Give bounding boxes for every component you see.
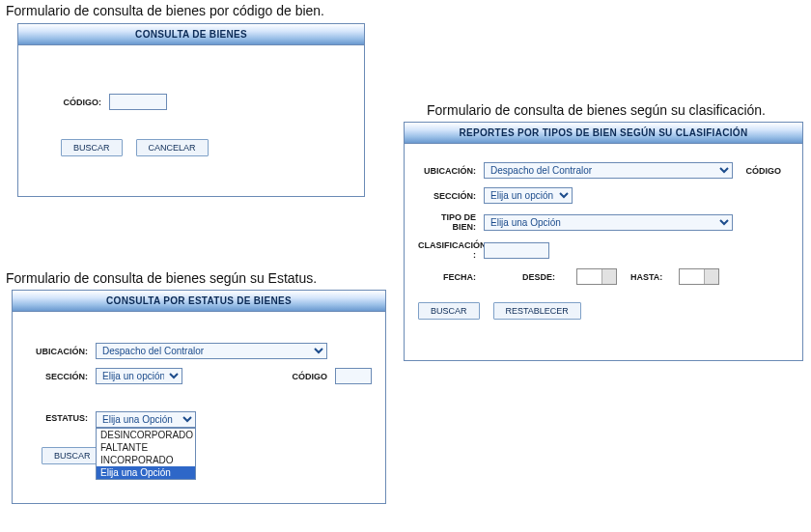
select-seccion[interactable]: Elija un opción (484, 187, 573, 204)
panel-title-reportes: REPORTES POR TIPOS DE BIEN SEGÚN SU CLAS… (405, 123, 802, 144)
label-seccion: SECCIÓN: (418, 191, 484, 201)
panel-consulta-bienes: CONSULTA DE BIENES CÓDIGO: BUSCAR CANCEL… (17, 23, 365, 197)
panel-body-reportes: UBICACIÓN: Despacho del Contralor CÓDIGO… (405, 144, 802, 338)
select-ubicacion[interactable]: Despacho del Contralor (484, 162, 733, 179)
panel-consulta-estatus: CONSULTA POR ESTATUS DE BIENES UBICACIÓN… (12, 290, 386, 504)
select-ubicacion-2[interactable]: Despacho del Contralor (96, 343, 327, 359)
select-estatus[interactable]: Elija una Opción (96, 411, 196, 428)
input-clasificacion[interactable] (484, 242, 549, 259)
estatus-dropdown-list: DESINCORPORADO FALTANTE INCORPORADO Elij… (96, 428, 196, 480)
panel-title-consulta-bienes: CONSULTA DE BIENES (18, 24, 364, 45)
label-codigo: CÓDIGO: (32, 98, 109, 107)
caption-form-codigo: Formulario de consulta de bienes por cód… (6, 3, 324, 18)
restablecer-button[interactable]: RESTABLECER (493, 302, 581, 320)
input-codigo[interactable] (109, 94, 167, 110)
estatus-option-desincorporado[interactable]: DESINCORPORADO (97, 429, 195, 441)
input-codigo-2[interactable] (335, 368, 372, 384)
label-desde: DESDE: (522, 272, 576, 282)
select-seccion-2[interactable]: Elija un opción (96, 368, 182, 384)
panel-body-consulta-bienes: CÓDIGO: BUSCAR CANCELAR (18, 45, 364, 175)
buscar-button[interactable]: BUSCAR (61, 139, 123, 156)
label-clasificacion: CLASIFICACIÓN : (418, 240, 484, 260)
date-hasta[interactable] (679, 268, 719, 285)
estatus-option-faltante[interactable]: FALTANTE (97, 441, 195, 454)
cancelar-button[interactable]: CANCELAR (136, 139, 209, 156)
buscar-button-3[interactable]: BUSCAR (418, 302, 480, 320)
label-ubicacion: UBICACIÓN: (418, 166, 484, 176)
label-seccion-2: SECCIÓN: (26, 372, 96, 381)
select-tipo-bien[interactable]: Elija una Opción (484, 214, 733, 231)
buscar-button-2[interactable]: BUSCAR (42, 447, 103, 464)
label-ubicacion-2: UBICACIÓN: (26, 347, 96, 356)
caption-form-clasificacion: Formulario de consulta de bienes según s… (427, 102, 766, 118)
label-codigo-2: CÓDIGO (289, 372, 335, 381)
estatus-option-elija[interactable]: Elija una Opción (97, 466, 195, 479)
label-tipo-bien: TIPO DE BIEN: (418, 212, 484, 232)
panel-body-estatus: UBICACIÓN: Despacho del Contralor SECCIÓ… (13, 312, 385, 483)
estatus-option-incorporado[interactable]: INCORPORADO (97, 454, 195, 466)
caption-form-estatus: Formulario de consulta de bienes según s… (6, 270, 317, 286)
label-codigo-3: CÓDIGO (737, 166, 789, 176)
label-fecha: FECHA: (418, 272, 484, 282)
select-estatus-wrap: Elija una Opción DESINCORPORADO FALTANTE… (96, 411, 196, 428)
panel-reportes-clasificacion: REPORTES POR TIPOS DE BIEN SEGÚN SU CLAS… (404, 122, 803, 361)
label-hasta: HASTA: (630, 272, 679, 282)
label-estatus: ESTATUS: (26, 411, 96, 423)
panel-title-estatus: CONSULTA POR ESTATUS DE BIENES (13, 291, 385, 312)
date-desde[interactable] (576, 268, 617, 285)
